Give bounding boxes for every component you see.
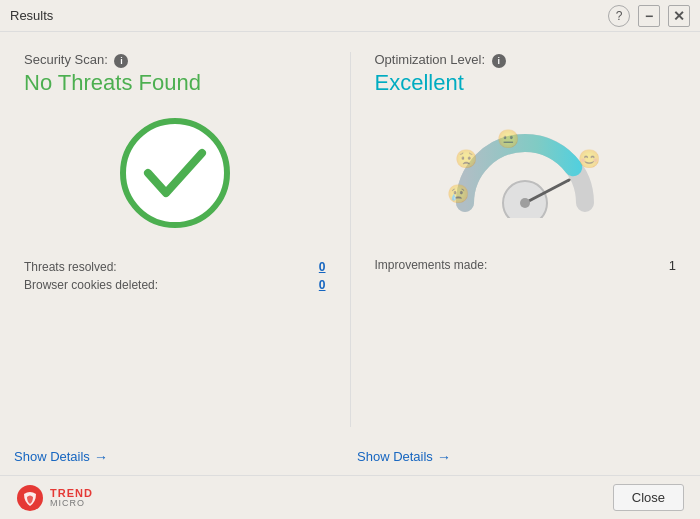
right-face-icon: 😊: [578, 148, 600, 170]
svg-point-2: [520, 198, 530, 208]
help-button[interactable]: ?: [608, 5, 630, 27]
top-face-icon: 😐: [497, 128, 519, 150]
optimization-info-icon[interactable]: i: [492, 54, 506, 68]
checkmark-circle: [120, 118, 230, 228]
threats-resolved-value[interactable]: 0: [319, 260, 326, 274]
optimization-label: Optimization Level: i: [375, 52, 677, 68]
footer: TREND MICRO Close: [0, 475, 700, 519]
logo-text: TREND MICRO: [50, 487, 93, 509]
stats-table: Threats resolved: 0 Browser cookies dele…: [24, 258, 326, 294]
threats-resolved-label: Threats resolved:: [24, 260, 117, 274]
improvements-row: Improvements made: 1: [375, 258, 677, 273]
security-scan-panel: Security Scan: i No Threats Found Threat…: [24, 52, 351, 427]
cookies-deleted-label: Browser cookies deleted:: [24, 278, 158, 292]
gauge-wrapper: 😐 😟 😊 😢: [445, 118, 605, 228]
bottom-panel-right: Show Details →: [333, 437, 676, 475]
improvements-label: Improvements made:: [375, 258, 488, 272]
far-left-face-icon: 😢: [447, 183, 469, 205]
threats-resolved-row: Threats resolved: 0: [24, 258, 326, 276]
arrow-right-icon-right: →: [437, 449, 451, 465]
window-close-button[interactable]: ✕: [668, 5, 690, 27]
show-details-right-link[interactable]: Show Details →: [357, 449, 451, 465]
cookies-deleted-row: Browser cookies deleted: 0: [24, 276, 326, 294]
minimize-button[interactable]: −: [638, 5, 660, 27]
title-bar: Results ? − ✕: [0, 0, 700, 32]
window-title: Results: [10, 8, 53, 23]
bottom-panel-left: Show Details →: [14, 437, 333, 475]
show-details-left-link[interactable]: Show Details →: [14, 449, 108, 465]
logo-area: TREND MICRO: [16, 484, 93, 512]
arrow-right-icon-left: →: [94, 449, 108, 465]
close-button[interactable]: Close: [613, 484, 684, 511]
bottom-section: Show Details → Show Details →: [0, 437, 700, 475]
main-content: Security Scan: i No Threats Found Threat…: [0, 32, 700, 437]
security-scan-label: Security Scan: i: [24, 52, 326, 68]
no-threats-status: No Threats Found: [24, 70, 326, 96]
trend-micro-logo-icon: [16, 484, 44, 512]
left-face-icon: 😟: [455, 148, 477, 170]
excellent-status: Excellent: [375, 70, 677, 96]
gauge-area: 😐 😟 😊 😢: [375, 108, 677, 238]
title-bar-controls: ? − ✕: [608, 5, 690, 27]
improvements-value: 1: [669, 258, 676, 273]
security-info-icon[interactable]: i: [114, 54, 128, 68]
checkmark-area: [24, 108, 326, 238]
cookies-deleted-value[interactable]: 0: [319, 278, 326, 292]
logo-trend-text: TREND: [50, 487, 93, 499]
logo-micro-text: MICRO: [50, 499, 93, 509]
checkmark-icon: [140, 143, 210, 203]
optimization-panel: Optimization Level: i Excellent 😐 😟 😊 😢: [351, 52, 677, 427]
